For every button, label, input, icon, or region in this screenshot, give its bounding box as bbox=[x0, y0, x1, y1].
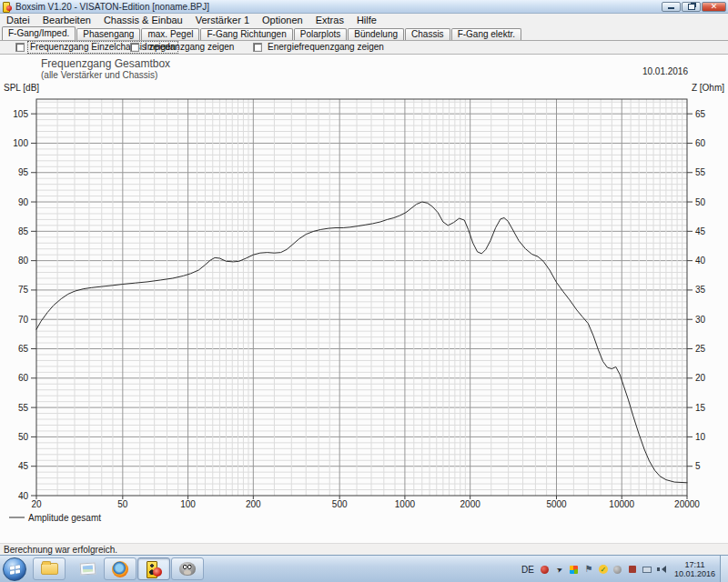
taskbar-button-gimp[interactable] bbox=[171, 557, 204, 580]
boxsim-speaker-icon bbox=[146, 561, 162, 577]
menu-chassis-einbau[interactable]: Chassis & Einbau bbox=[97, 14, 189, 27]
y-axis-left-label: 75 bbox=[18, 285, 29, 295]
taskbar-button-firefox[interactable] bbox=[104, 557, 136, 580]
gray-app-tray-icon[interactable] bbox=[612, 564, 623, 575]
checkbox-energiefrequenzgang[interactable]: Energiefrequenzgang zeigen bbox=[253, 42, 386, 53]
firefox-icon bbox=[112, 561, 128, 577]
chart-panel: 4045505560657075808590951001055101520253… bbox=[0, 55, 728, 543]
boxsim-window: Boxsim V1.20 - VISATON-Edition [noname.B… bbox=[0, 0, 728, 582]
action-center-flag-icon[interactable]: ⚑ bbox=[583, 564, 594, 575]
system-tray: DE ➤ ⚑ ✓ 17:11 10.01.2016 bbox=[521, 556, 717, 582]
y-axis-right-label: 15 bbox=[695, 403, 706, 413]
minimize-icon bbox=[668, 7, 674, 9]
y-axis-right-label: 50 bbox=[695, 197, 706, 207]
x-axis-label: 20000 bbox=[674, 499, 700, 509]
y-axis-right-label: 25 bbox=[695, 344, 706, 354]
gimp-icon bbox=[179, 562, 196, 576]
y-axis-left-label: 45 bbox=[18, 461, 29, 471]
checkbox-box[interactable] bbox=[130, 43, 139, 52]
menu-bearbeiten[interactable]: Bearbeiten bbox=[36, 14, 97, 27]
window-controls: ✕ bbox=[662, 2, 726, 12]
amplitude-curve bbox=[36, 202, 687, 483]
y-axis-left-label: 65 bbox=[18, 344, 29, 354]
spl-axis-caption: SPL [dB] bbox=[4, 83, 39, 93]
tab-polarplots[interactable]: Polarplots bbox=[294, 28, 347, 40]
tab-fgang-elektr[interactable]: F-Gang elektr. bbox=[451, 28, 521, 40]
tab-phasengang[interactable]: Phasengang bbox=[76, 28, 140, 40]
antivirus-check-icon[interactable]: ✓ bbox=[598, 564, 609, 575]
y-axis-left-label: 55 bbox=[18, 403, 29, 413]
taskbar-button-pictures[interactable] bbox=[71, 557, 104, 580]
y-axis-left-label: 80 bbox=[18, 256, 29, 266]
windows-logo-icon bbox=[10, 565, 20, 575]
y-axis-left-label: 105 bbox=[13, 109, 28, 119]
taskbar: DE ➤ ⚑ ✓ 17:11 10.01.2016 bbox=[0, 555, 728, 582]
x-axis-label: 5000 bbox=[546, 499, 567, 509]
security-tray-icon[interactable] bbox=[540, 564, 551, 575]
tab-max-pegel[interactable]: max. Pegel bbox=[141, 28, 199, 40]
y-axis-left-label: 40 bbox=[18, 491, 29, 501]
tab-bar: F-Gang/Imped. Phasengang max. Pegel F-Ga… bbox=[0, 27, 728, 41]
chart-title: Frequenzgang Gesamtbox bbox=[41, 57, 170, 70]
titlebar: Boxsim V1.20 - VISATON-Edition [noname.B… bbox=[0, 0, 728, 14]
language-indicator[interactable]: DE bbox=[521, 565, 536, 575]
x-axis-label: 50 bbox=[117, 499, 128, 509]
clock-date: 10.01.2016 bbox=[674, 569, 715, 578]
frequency-response-chart: 4045505560657075808590951001055101520253… bbox=[0, 55, 728, 543]
status-text: Berechnung war erfolgreich. bbox=[4, 545, 117, 555]
legend-label: Amplitude gesamt bbox=[28, 513, 101, 523]
options-bar: Frequenzgang Einzelchassis zeigen Impeda… bbox=[0, 41, 728, 55]
start-button[interactable] bbox=[3, 557, 26, 581]
y-axis-right-label: 5 bbox=[695, 461, 701, 471]
checkbox-box[interactable] bbox=[253, 43, 262, 52]
taskbar-button-explorer[interactable] bbox=[33, 557, 66, 580]
restore-icon bbox=[688, 4, 695, 10]
y-axis-left-label: 100 bbox=[13, 138, 28, 148]
y-axis-right-label: 10 bbox=[695, 432, 706, 442]
clock-time: 17:11 bbox=[685, 560, 705, 569]
taskbar-button-boxsim[interactable] bbox=[137, 557, 170, 580]
impedance-axis-caption: Z [Ohm] bbox=[692, 83, 724, 93]
y-axis-right-label: 55 bbox=[695, 167, 706, 177]
y-axis-right-label: 30 bbox=[695, 315, 706, 325]
network-icon[interactable] bbox=[642, 564, 652, 575]
menu-hilfe[interactable]: Hilfe bbox=[350, 14, 383, 27]
restore-button[interactable] bbox=[682, 2, 701, 12]
tab-fgang-imped[interactable]: F-Gang/Imped. bbox=[2, 26, 76, 40]
folder-icon bbox=[41, 563, 58, 575]
tab-fgang-richtungen[interactable]: F-Gang Richtungen bbox=[200, 28, 292, 40]
x-axis-label: 20 bbox=[31, 499, 42, 509]
y-axis-right-label: 20 bbox=[695, 373, 706, 383]
chart-subtitle: (alle Verstärker und Chassis) bbox=[41, 70, 157, 80]
minimize-button[interactable] bbox=[662, 2, 681, 12]
show-desktop-button[interactable] bbox=[720, 556, 728, 582]
taskbar-clock[interactable]: 17:11 10.01.2016 bbox=[674, 560, 715, 578]
y-axis-left-label: 50 bbox=[18, 432, 29, 442]
x-axis-label: 100 bbox=[180, 499, 196, 509]
boxsim-app-icon bbox=[3, 2, 12, 11]
cursor-tray-icon[interactable]: ➤ bbox=[552, 562, 566, 576]
checkbox-box[interactable] bbox=[15, 43, 25, 52]
status-bar: Berechnung war erfolgreich. bbox=[0, 543, 728, 555]
menu-verstaerker[interactable]: Verstärker 1 bbox=[189, 14, 256, 27]
tab-buendelung[interactable]: Bündelung bbox=[348, 28, 404, 40]
checkbox-impedanzgang[interactable]: Impedanzgang zeigen bbox=[130, 42, 236, 53]
x-axis-label: 500 bbox=[332, 499, 348, 509]
menu-optionen[interactable]: Optionen bbox=[256, 14, 309, 27]
menu-bar: Datei Bearbeiten Chassis & Einbau Verstä… bbox=[0, 14, 728, 27]
pictures-icon bbox=[79, 562, 96, 575]
red-app-tray-icon[interactable] bbox=[627, 564, 638, 575]
y-axis-right-label: 40 bbox=[695, 256, 706, 266]
windows-flag-tray-icon[interactable] bbox=[569, 564, 580, 575]
y-axis-right-label: 65 bbox=[695, 109, 706, 119]
x-axis-label: 2000 bbox=[460, 499, 481, 509]
y-axis-left-label: 95 bbox=[18, 167, 29, 177]
y-axis-left-label: 85 bbox=[18, 226, 29, 236]
chart-date: 10.01.2016 bbox=[642, 66, 688, 76]
close-icon: ✕ bbox=[711, 3, 718, 11]
menu-datei[interactable]: Datei bbox=[0, 14, 36, 27]
menu-extras[interactable]: Extras bbox=[309, 14, 350, 27]
tab-chassis[interactable]: Chassis bbox=[405, 28, 450, 40]
close-button[interactable]: ✕ bbox=[702, 2, 726, 12]
volume-icon[interactable] bbox=[656, 564, 667, 575]
